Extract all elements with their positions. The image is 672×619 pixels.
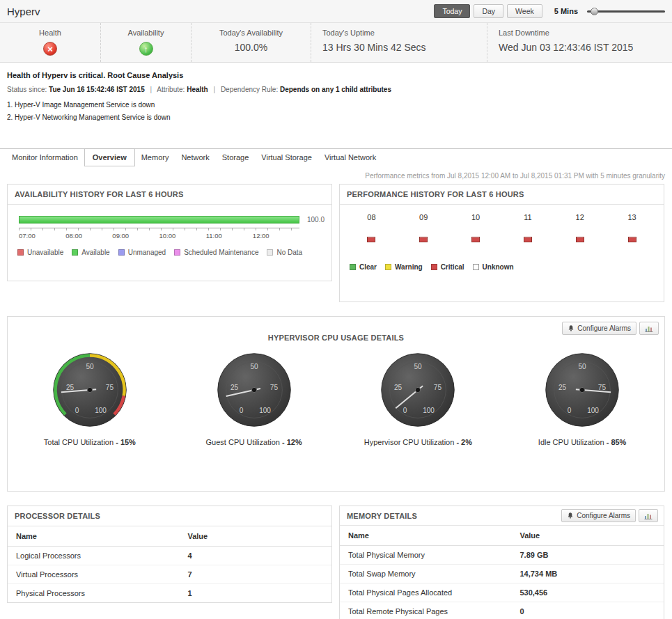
hour-column: 11 (501, 213, 554, 242)
configure-alarms-button[interactable]: Configure Alarms (562, 322, 636, 335)
availability-axis-ticks (19, 228, 299, 230)
view-graph-button[interactable] (639, 509, 658, 522)
svg-text:50: 50 (579, 363, 587, 370)
legend-item: Clear (350, 263, 377, 271)
tab-virtual-storage[interactable]: Virtual Storage (255, 149, 318, 166)
gauge-idle-cpu: 50 25 75 0 100 Idle CPU Utilization - 85… (500, 352, 664, 446)
rca-status-line: Status since: Tue Jun 16 15:42:46 IST 20… (7, 86, 664, 93)
status-since-value: Tue Jun 16 15:42:46 IST 2015 (49, 86, 145, 93)
svg-text:75: 75 (269, 384, 278, 391)
availability-bar-row: 100.0 (19, 216, 325, 224)
legend-item: Available (72, 249, 109, 256)
availability-panel-title: AVAILABILITY HISTORY FOR LAST 6 HOURS (8, 185, 331, 205)
critical-status-marker[interactable] (367, 237, 375, 242)
tab-network[interactable]: Network (175, 149, 215, 166)
health-label: Health (0, 29, 100, 37)
tab-bar: Monitor Information Overview Memory Netw… (0, 148, 672, 166)
todays-availability-value: 100.0% (192, 42, 311, 53)
availability-history-panel: AVAILABILITY HISTORY FOR LAST 6 HOURS 10… (7, 184, 332, 281)
status-downtime-cell: Last Downtime Wed Jun 03 12:43:46 IST 20… (487, 23, 672, 62)
critical-status-marker[interactable] (628, 237, 636, 242)
tab-virtual-network[interactable]: Virtual Network (318, 149, 382, 166)
bell-icon (568, 324, 575, 332)
legend-item: No Data (267, 249, 302, 256)
clear-swatch (350, 264, 356, 270)
view-graph-button[interactable] (639, 322, 659, 335)
status-todays-availability-cell: Today's Availability 100.0% (192, 23, 311, 62)
configure-alarms-button[interactable]: Configure Alarms (561, 509, 636, 522)
available-swatch (72, 249, 78, 256)
slider-knob[interactable] (591, 8, 598, 15)
svg-text:0: 0 (75, 407, 79, 414)
column-name: Name (340, 526, 511, 546)
critical-status-marker[interactable] (419, 237, 428, 242)
column-name: Name (8, 526, 179, 547)
tab-storage[interactable]: Storage (216, 149, 256, 166)
table-row: Total Physical Memory7.89 GB (340, 546, 664, 565)
time-range-week-button[interactable]: Week (507, 4, 542, 18)
uptime-label: Today's Uptime (322, 29, 487, 37)
hour-column: 10 (450, 213, 502, 242)
gauge-label: Total CPU Utilization - 15% (8, 438, 172, 446)
critical-status-marker[interactable] (524, 237, 532, 242)
axis-label: 07:00 (19, 232, 65, 240)
performance-hours: 08 09 10 11 12 13 (340, 213, 664, 242)
dependency-rule-label: Dependency Rule: (221, 86, 278, 93)
unknown-swatch (473, 264, 479, 270)
legend-item: Unmanaged (118, 249, 166, 256)
memory-table: Name Value Total Physical Memory7.89 GB … (340, 526, 664, 619)
availability-label: Availability (101, 29, 191, 37)
axis-label: 11:00 (206, 232, 253, 240)
hour-column: 09 (398, 213, 450, 242)
cpu-panel-tools: Configure Alarms (562, 322, 659, 335)
attribute-label: Attribute: (157, 86, 185, 93)
availability-bar-value: 100.0 (299, 216, 325, 224)
slider-track[interactable] (587, 10, 665, 13)
memory-panel-tools: Configure Alarms (561, 509, 658, 522)
gauge-total-cpu: 50 25 75 0 100 Total CPU Utilization - 1… (8, 352, 172, 446)
legend-item: Warning (385, 263, 423, 271)
attribute-value: Health (187, 86, 208, 93)
rca-cause-2: 2. Hyper-V Networking Management Service… (7, 113, 664, 121)
time-range-today-button[interactable]: Today (434, 4, 470, 18)
critical-status-marker[interactable] (576, 237, 584, 242)
performance-legend: Clear Warning Critical Unknown (350, 263, 664, 271)
svg-text:25: 25 (66, 384, 75, 391)
separator: | (150, 86, 153, 93)
gauge-dial: 50 25 75 0 100 (216, 352, 292, 428)
table-row: Total Swap Memory14,734 MB (340, 565, 664, 583)
legend-item: Critical (431, 263, 464, 271)
hour-column: 12 (554, 213, 606, 242)
legend-item: Unknown (473, 263, 514, 271)
tab-overview[interactable]: Overview (84, 148, 135, 166)
memory-panel-title: MEMORY DETAILS (347, 512, 417, 520)
rca-cause-1: 1. Hyper-V Image Management Service is d… (7, 101, 664, 109)
root-cause-analysis: Health of Hyperv is critical. Root Cause… (0, 63, 672, 148)
table-row: Total Remote Physical Pages0 (340, 602, 664, 619)
memory-details-panel: MEMORY DETAILS Configure Alarms Name Val… (339, 506, 664, 619)
availability-bar (19, 216, 299, 224)
uptime-value: 13 Hrs 30 Mins 42 Secs (322, 42, 487, 53)
unavailable-swatch (17, 249, 24, 256)
tab-monitor-information[interactable]: Monitor Information (6, 149, 84, 166)
time-range-day-button[interactable]: Day (474, 4, 503, 18)
tab-memory[interactable]: Memory (135, 149, 175, 166)
legend-item: Unavailable (17, 249, 63, 256)
gauge-label: Guest CPU Utilization - 12% (172, 438, 336, 446)
svg-text:0: 0 (239, 407, 243, 414)
table-header-row: Name Value (340, 526, 664, 546)
status-availability-cell: Availability ↑ (101, 23, 192, 62)
dependency-rule-value: Depends on any 1 child attributes (280, 86, 391, 93)
scheduled-maintenance-swatch (174, 249, 180, 256)
memory-panel-header: MEMORY DETAILS Configure Alarms (340, 506, 664, 526)
table-row: Virtual Processors7 (8, 565, 331, 584)
gauge-label: Hypervisor CPU Utilization - 2% (336, 438, 501, 446)
performance-history-panel: PERFORMANCE HISTORY FOR LAST 6 HOURS 08 … (339, 184, 664, 302)
svg-text:25: 25 (394, 384, 403, 391)
gauge-dial: 50 25 75 0 100 (544, 352, 620, 428)
interval-label: 5 Mins (554, 7, 578, 15)
interval-slider[interactable] (587, 7, 665, 16)
svg-text:100: 100 (587, 407, 599, 414)
legend-item: Scheduled Maintenance (174, 249, 258, 256)
critical-status-marker[interactable] (471, 237, 480, 242)
